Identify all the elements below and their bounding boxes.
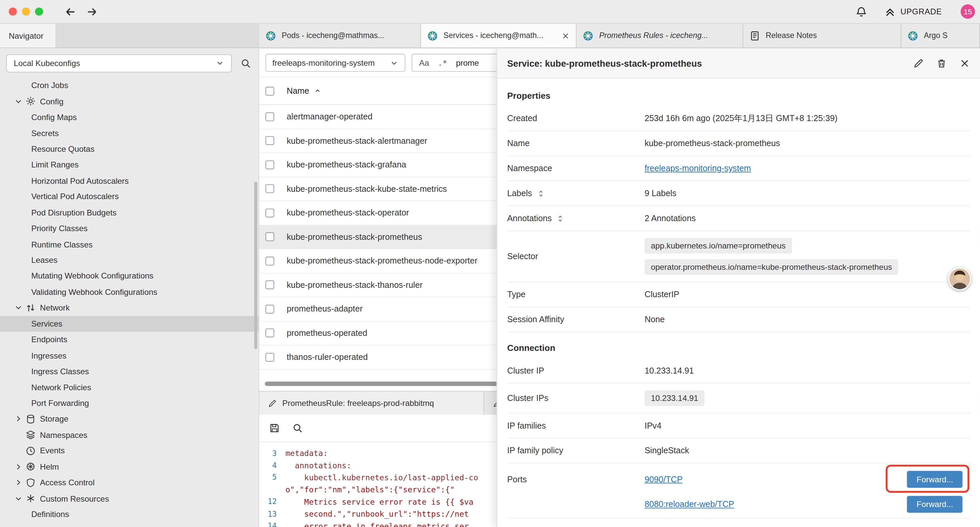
- zoom-window-button[interactable]: [35, 7, 43, 15]
- unfold-icon[interactable]: [556, 214, 565, 223]
- sidebar-item-resource-quotas[interactable]: Resource Quotas: [0, 141, 259, 157]
- sidebar-item-helm[interactable]: Helm: [0, 459, 259, 474]
- back-icon[interactable]: [64, 5, 77, 18]
- sidebar-item-horizontal-pod-autoscalers[interactable]: Horizontal Pod Autoscalers: [0, 173, 259, 189]
- sidebar-scrollbar-thumb[interactable]: [254, 182, 257, 349]
- row-checkbox[interactable]: [266, 112, 274, 121]
- horizontal-scrollbar-thumb[interactable]: [265, 382, 497, 386]
- tab-prometheus-rules-icecheng[interactable]: Prometheus Rules - icecheng...: [577, 24, 743, 47]
- sidebar-item-access-control[interactable]: Access Control: [0, 474, 259, 490]
- property-value: ClusterIP: [644, 290, 970, 299]
- sidebar-item-label: Namespaces: [40, 430, 88, 439]
- property-label-text: IP family policy: [507, 446, 563, 455]
- chevron-down-icon: [390, 58, 398, 67]
- namespace-filter-dropdown[interactable]: freeleaps-monitoring-system: [266, 54, 405, 72]
- tab-release-notes[interactable]: Release Notes: [743, 24, 901, 47]
- sidebar-item-events[interactable]: Events: [0, 443, 259, 459]
- sidebar-item-label: Helm: [40, 462, 59, 471]
- code-text: o","for":"nm","labels":{"service":{": [286, 485, 455, 494]
- row-checkbox[interactable]: [266, 353, 274, 361]
- section-heading-connection: Connection: [507, 332, 970, 358]
- property-value: 9090/TCPForward...8080:reloader-web/TCPF…: [644, 466, 970, 517]
- tab-pods-icecheng-mathmas[interactable]: Pods - icecheng@mathmas...: [259, 24, 421, 47]
- sidebar-item-ingresses[interactable]: Ingresses: [0, 347, 259, 363]
- sidebar-item-label: Config Maps: [31, 112, 77, 122]
- kubeconfig-dropdown[interactable]: Local Kubeconfigs: [6, 54, 232, 72]
- sidebar-item-validating-webhook-configurations[interactable]: Validating Webhook Configurations: [0, 284, 259, 300]
- row-checkbox[interactable]: [266, 185, 274, 193]
- notification-count-badge[interactable]: 15: [961, 4, 975, 19]
- sidebar-item-custom-resources[interactable]: Custom Resources: [0, 490, 259, 507]
- port-link[interactable]: 8080:reloader-web/TCP: [644, 499, 734, 509]
- trash-icon[interactable]: [936, 58, 947, 69]
- forward-icon[interactable]: [86, 5, 98, 18]
- match-case-toggle[interactable]: Aa: [419, 58, 429, 67]
- namespace-link[interactable]: freeleaps-monitoring-system: [644, 164, 751, 173]
- sidebar-item-config-maps[interactable]: Config Maps: [0, 109, 259, 125]
- upgrade-button[interactable]: UPGRADE: [884, 6, 942, 18]
- row-checkbox[interactable]: [266, 304, 274, 313]
- search-icon[interactable]: [292, 423, 303, 434]
- tab-label: Services - icecheng@math...: [443, 31, 556, 40]
- property-row-name: Namekube-prometheus-stack-prometheus: [507, 131, 970, 156]
- sidebar-item-label: Leases: [31, 255, 57, 265]
- sidebar-item-vertical-pod-autoscalers[interactable]: Vertical Pod Autoscalers: [0, 189, 259, 205]
- tab-services-icecheng-math[interactable]: Services - icecheng@math...: [421, 24, 577, 47]
- notifications-bell-icon[interactable]: [856, 6, 867, 18]
- property-label-text: IP families: [507, 421, 546, 430]
- property-value: freeleaps-monitoring-system: [644, 164, 970, 173]
- row-checkbox[interactable]: [266, 161, 274, 169]
- row-checkbox[interactable]: [266, 209, 274, 217]
- sidebar-item-priority-classes[interactable]: Priority Classes: [0, 220, 259, 236]
- dock-tab-prometheusrule[interactable]: PrometheusRule: freeleaps-prod-rabbitmq: [259, 392, 484, 415]
- unfold-icon[interactable]: [536, 189, 545, 197]
- save-icon[interactable]: [269, 423, 280, 434]
- sidebar-item-ingress-classes[interactable]: Ingress Classes: [0, 363, 259, 380]
- property-label: Namespace: [507, 164, 644, 173]
- avatar[interactable]: [948, 267, 971, 290]
- name-column-header[interactable]: Name: [286, 86, 321, 96]
- select-all-checkbox[interactable]: [266, 86, 274, 95]
- sidebar-item-limit-ranges[interactable]: Limit Ranges: [0, 157, 259, 173]
- sidebar-item-namespaces[interactable]: Namespaces: [0, 427, 259, 443]
- kubernetes-icon: [908, 30, 918, 41]
- regex-toggle[interactable]: .*: [438, 58, 447, 67]
- property-row-type: TypeClusterIP: [507, 282, 970, 307]
- row-checkbox[interactable]: [266, 256, 274, 265]
- minimize-window-button[interactable]: [22, 7, 30, 15]
- sidebar-item-secrets[interactable]: Secrets: [0, 125, 259, 141]
- row-checkbox[interactable]: [266, 137, 274, 145]
- sidebar-item-cron-jobs[interactable]: Cron Jobs: [0, 77, 259, 93]
- close-window-button[interactable]: [9, 7, 17, 15]
- sidebar-item-definitions[interactable]: Definitions: [0, 506, 259, 522]
- sidebar-item-runtime-classes[interactable]: Runtime Classes: [0, 236, 259, 253]
- value-badge: app.kubernetes.io/name=prometheus: [644, 238, 792, 253]
- close-icon[interactable]: [562, 32, 570, 40]
- sidebar-item-network-policies[interactable]: Network Policies: [0, 379, 259, 395]
- property-row-labels: Labels9 Labels: [507, 181, 970, 206]
- row-checkbox[interactable]: [266, 328, 274, 337]
- service-name: kube-prometheus-stack-alertmanager: [286, 136, 427, 145]
- sidebar-item-port-forwarding[interactable]: Port Forwarding: [0, 395, 259, 411]
- sidebar-item-services[interactable]: Services: [0, 316, 259, 332]
- close-icon[interactable]: [959, 58, 970, 69]
- sidebar-item-leases[interactable]: Leases: [0, 252, 259, 268]
- property-value: app.kubernetes.io/name=prometheusoperato…: [644, 231, 970, 282]
- tab-argo-s[interactable]: Argo S: [901, 24, 980, 47]
- forward-button[interactable]: Forward...: [907, 496, 963, 513]
- sidebar-item-endpoints[interactable]: Endpoints: [0, 331, 259, 347]
- row-checkbox[interactable]: [266, 280, 274, 289]
- port-link[interactable]: 9090/TCP: [644, 474, 682, 484]
- search-icon[interactable]: [240, 58, 251, 68]
- sidebar-item-config[interactable]: Config: [0, 93, 259, 110]
- kubernetes-icon: [266, 30, 276, 41]
- sidebar-item-label: Resource Quotas: [31, 144, 94, 153]
- property-value-text: kube-prometheus-stack-prometheus: [644, 139, 780, 148]
- sidebar-item-mutating-webhook-configurations[interactable]: Mutating Webhook Configurations: [0, 268, 259, 284]
- edit-pencil-icon[interactable]: [913, 58, 924, 69]
- forward-button[interactable]: Forward...: [907, 471, 963, 488]
- sidebar-item-storage[interactable]: Storage: [0, 411, 259, 427]
- sidebar-item-network[interactable]: Network: [0, 300, 259, 316]
- row-checkbox[interactable]: [266, 232, 274, 241]
- sidebar-item-pod-disruption-budgets[interactable]: Pod Disruption Budgets: [0, 204, 259, 220]
